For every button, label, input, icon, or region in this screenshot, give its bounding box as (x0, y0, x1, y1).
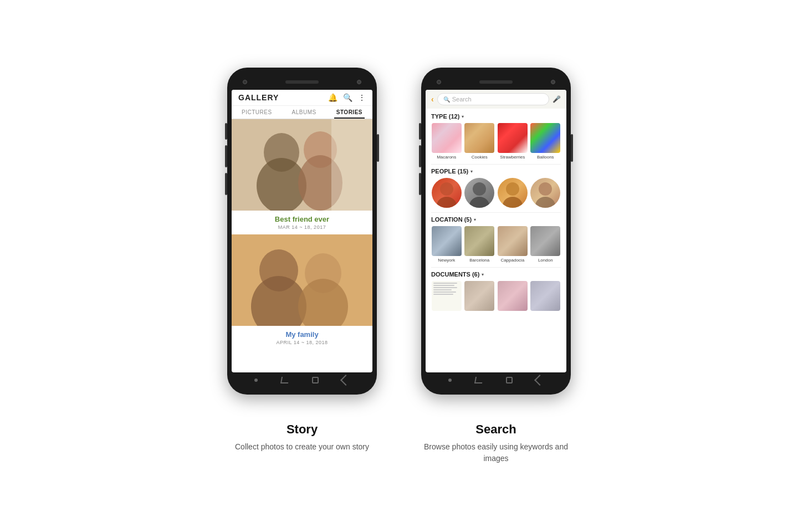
volume-up-button (225, 123, 227, 140)
location-item-cappadocia[interactable]: Cappadocia (497, 226, 528, 263)
proximity-sensor (357, 80, 361, 84)
earpiece-speaker (285, 80, 319, 84)
story-image-family (232, 234, 372, 326)
proximity-sensor-2 (551, 80, 555, 84)
nav-dot[interactable] (254, 378, 258, 382)
story-caption-desc: Collect photos to create your own story (227, 441, 377, 453)
person-item-4[interactable] (530, 178, 561, 208)
bixby-button-2 (419, 173, 421, 195)
volume-down-button (225, 145, 227, 167)
doc-item-3[interactable] (497, 281, 528, 313)
svg-point-15 (469, 197, 489, 208)
search-icon[interactable]: 🔍 (343, 93, 352, 102)
phone2-top-bar (426, 74, 566, 90)
type-item-macarons[interactable]: Macarons (431, 123, 462, 160)
nav-recent-icon-2[interactable] (474, 377, 483, 383)
location-chevron-icon[interactable]: ▾ (474, 217, 476, 222)
search-icon-inner: 🔍 (443, 96, 450, 103)
svg-point-19 (535, 197, 555, 208)
svg-rect-11 (232, 234, 372, 326)
nav-home-icon[interactable] (312, 377, 319, 383)
cookies-label: Cookies (472, 155, 488, 160)
macarons-thumb (432, 123, 462, 153)
type-section-header: TYPE (12) ▾ (431, 113, 561, 120)
location-section-header: LOCATION (5) ▾ (431, 216, 561, 223)
tab-albums[interactable]: ALBUMS (290, 106, 319, 119)
location-item-london[interactable]: London (530, 226, 561, 263)
person-1-thumb (432, 178, 462, 208)
search-caption-desc: Browse photos easily using keywords and … (421, 441, 571, 464)
london-thumb (530, 226, 560, 256)
cookies-thumb (464, 123, 494, 153)
location-item-barcelona[interactable]: Barcelona (464, 226, 495, 263)
caption-search: Search Browse photos easily using keywor… (421, 422, 571, 464)
type-grid: Macarons Cookies Strawberries Ballo (431, 123, 561, 160)
story-card-friends[interactable]: Best friend ever MAR 14 ~ 18, 2017 (232, 119, 372, 234)
tab-stories[interactable]: STORIES (334, 106, 365, 119)
tab-pictures[interactable]: PICTURES (239, 106, 274, 119)
documents-chevron-icon[interactable]: ▾ (482, 272, 484, 277)
more-icon[interactable]: ⋮ (358, 93, 366, 102)
bixby-button (225, 173, 227, 195)
doc-item-1[interactable] (431, 281, 462, 313)
microphone-icon[interactable]: 🎤 (553, 95, 561, 103)
phone1-frame: GALLERY 🔔 🔍 ⋮ PICTURES ALBUMS STORIES (227, 68, 377, 395)
type-chevron-icon[interactable]: ▾ (462, 114, 464, 119)
gallery-tabs: PICTURES ALBUMS STORIES (232, 106, 372, 119)
svg-rect-5 (331, 119, 372, 211)
power-button-2 (571, 134, 573, 162)
people-title: PEOPLE (15) (431, 168, 468, 175)
people-section-header: PEOPLE (15) ▾ (431, 168, 561, 175)
bell-icon[interactable]: 🔔 (328, 93, 337, 102)
gallery-title: GALLERY (238, 93, 279, 102)
location-item-newyork[interactable]: Newyork (431, 226, 462, 263)
search-bar[interactable]: 🔍 Search (437, 93, 549, 105)
people-chevron-icon[interactable]: ▾ (470, 169, 473, 174)
front-camera (243, 80, 247, 84)
doc-item-2[interactable] (464, 281, 495, 313)
type-title: TYPE (12) (431, 113, 459, 120)
nav-recent-icon[interactable] (280, 377, 289, 383)
cappadocia-label: Cappadocia (500, 258, 524, 263)
nav-back-icon-2[interactable] (534, 375, 545, 386)
gallery-icons: 🔔 🔍 ⋮ (328, 93, 366, 102)
person-item-3[interactable] (497, 178, 528, 208)
phone1-section: GALLERY 🔔 🔍 ⋮ PICTURES ALBUMS STORIES (227, 68, 377, 395)
type-item-strawberries[interactable]: Strawberries (497, 123, 528, 160)
story-card-family[interactable]: My family APRIL 14 ~ 18, 2018 (232, 234, 372, 350)
volume-down-button-2 (419, 145, 421, 167)
caption-story: Story Collect photos to create your own … (227, 422, 377, 464)
phone2-bottom-nav (426, 372, 566, 388)
nav-back-icon[interactable] (340, 375, 351, 386)
doc-item-4[interactable] (530, 281, 561, 313)
svg-point-12 (440, 182, 453, 196)
nav-home-icon-2[interactable] (506, 377, 513, 383)
back-button[interactable]: ‹ (431, 95, 434, 104)
type-item-balloons[interactable]: Balloons (530, 123, 561, 160)
captions-section: Story Collect photos to create your own … (227, 422, 571, 464)
nav-dot-2[interactable] (448, 378, 452, 382)
newyork-thumb (432, 226, 462, 256)
svg-point-16 (506, 182, 519, 196)
balloons-thumb (530, 123, 560, 153)
type-item-cookies[interactable]: Cookies (464, 123, 495, 160)
search-content: TYPE (12) ▾ Macarons Cookies (426, 109, 566, 370)
front-camera-2 (437, 80, 441, 84)
person-item-1[interactable] (431, 178, 462, 208)
story-image-friends (232, 119, 372, 211)
story-caption-title: Story (227, 422, 377, 437)
story-info-family: My family APRIL 14 ~ 18, 2018 (232, 326, 372, 350)
barcelona-thumb (464, 226, 494, 256)
volume-up-button-2 (419, 123, 421, 140)
earpiece-speaker-2 (479, 80, 513, 84)
person-2-thumb (464, 178, 494, 208)
person-item-2[interactable] (464, 178, 495, 208)
power-button (377, 134, 379, 162)
doc-3-thumb (498, 281, 528, 311)
barcelona-label: Barcelona (469, 258, 489, 263)
documents-grid (431, 281, 561, 313)
search-input-text[interactable]: Search (452, 96, 472, 103)
svg-point-18 (539, 182, 552, 196)
location-grid: Newyork Barcelona Cappadocia London (431, 226, 561, 263)
strawberries-thumb (498, 123, 528, 153)
